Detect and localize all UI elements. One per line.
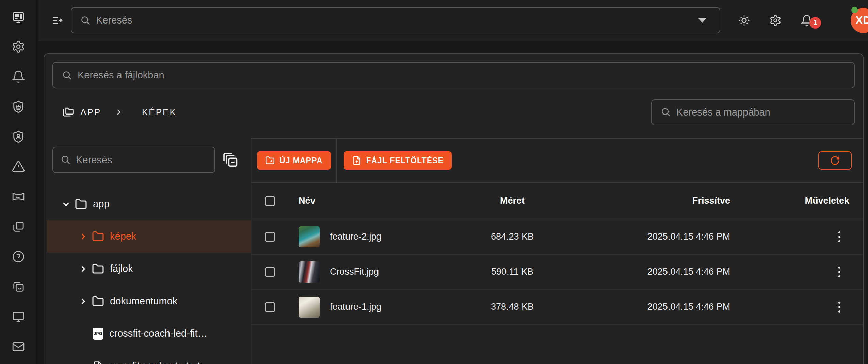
file-updated: 2025.04.15 4:46 PM <box>567 231 730 242</box>
search-icon <box>80 15 91 26</box>
file-thumbnail <box>299 226 320 247</box>
new-folder-button[interactable]: ÚJ MAPPA <box>257 151 331 170</box>
table-row-feature-2[interactable]: feature-2.jpg 684.23 KB 2025.04.15 4:46 … <box>251 219 863 255</box>
tree-item-fajlok[interactable]: fájlok <box>44 253 251 285</box>
column-header-name[interactable]: Név <box>299 196 316 206</box>
folder-copy-icon <box>61 106 74 119</box>
file-icon <box>93 361 103 364</box>
folder-search-placeholder: Keresés a mappában <box>676 107 770 118</box>
file-list-panel: ÚJ MAPPA FÁJL FELTÖLTÉSE Név Mé <box>251 138 863 364</box>
breadcrumb-root[interactable]: APP <box>80 107 101 118</box>
displays-icon[interactable] <box>0 302 37 332</box>
row-actions-menu-icon[interactable] <box>836 229 843 245</box>
tree-item-crossfit-workouts[interactable]: crossfit-workouts-to-t <box>44 350 251 364</box>
column-header-actions: Műveletek <box>730 196 849 206</box>
windows-stack-icon[interactable] <box>0 212 37 242</box>
file-size: 378.48 KB <box>458 302 567 312</box>
global-search-placeholder: Keresés <box>96 15 132 26</box>
sidebar-toggle-icon[interactable] <box>50 14 64 27</box>
tree-search-placeholder: Keresés <box>76 154 112 166</box>
file-name[interactable]: feature-1.jpg <box>330 302 382 312</box>
icon-sidebar <box>0 0 37 364</box>
folder-tree: app képek fájlok dokumentumok <box>44 188 251 364</box>
online-status-dot <box>851 7 858 13</box>
user-avatar[interactable]: XD <box>851 8 868 33</box>
search-icon <box>661 107 671 117</box>
folder-tree-panel: Keresés app képek <box>44 138 251 364</box>
breadcrumb: APP KÉPEK <box>52 106 177 119</box>
tree-item-dokumentumok[interactable]: dokumentumok <box>44 285 251 317</box>
folder-search-input[interactable]: Keresés a mappában <box>651 99 855 125</box>
help-icon[interactable] <box>0 242 37 272</box>
files-toolbar: ÚJ MAPPA FÁJL FELTÖLTÉSE <box>251 139 863 183</box>
refresh-icon <box>830 155 840 166</box>
settings-gear-icon[interactable] <box>769 14 782 27</box>
notification-count-badge: 1 <box>809 17 821 29</box>
folder-icon <box>92 295 104 307</box>
app-logo-kiosk-icon[interactable] <box>12 10 25 25</box>
files-search-placeholder: Keresés a fájlokban <box>78 70 164 81</box>
theme-brightness-icon[interactable] <box>737 14 751 27</box>
avatar-initials: XD <box>855 14 868 27</box>
search-dropdown-caret-icon[interactable] <box>698 18 707 23</box>
row-checkbox[interactable] <box>265 232 275 242</box>
chevron-right-icon <box>114 108 123 117</box>
chevron-right-icon[interactable] <box>78 232 88 241</box>
account-shield-user-icon[interactable] <box>0 122 37 152</box>
alerts-warning-icon[interactable] <box>0 152 37 182</box>
file-name[interactable]: CrossFit.jpg <box>330 267 379 277</box>
messages-mail-icon[interactable] <box>0 332 37 362</box>
row-checkbox[interactable] <box>265 267 275 277</box>
column-header-updated[interactable]: Frissítve <box>567 196 730 206</box>
search-icon <box>61 155 71 165</box>
settings-icon[interactable] <box>0 32 37 62</box>
sidebar-nav <box>0 32 37 362</box>
row-actions-menu-icon[interactable] <box>836 264 843 280</box>
panorama-banner-icon[interactable] <box>0 182 37 212</box>
tree-item-kepek-selected[interactable]: képek <box>47 220 251 253</box>
select-all-checkbox[interactable] <box>265 196 275 206</box>
tree-item-app[interactable]: app <box>44 188 251 220</box>
chevron-right-icon[interactable] <box>78 264 88 274</box>
membership-shield-crown-icon[interactable] <box>0 92 37 122</box>
notifications-icon[interactable] <box>0 62 37 92</box>
table-row-feature-1[interactable]: feature-1.jpg 378.48 KB 2025.04.15 4:46 … <box>251 290 863 325</box>
files-search-input[interactable]: Keresés a fájlokban <box>52 62 855 88</box>
search-icon <box>62 70 72 80</box>
tree-item-crossfit-coach[interactable]: JPG crossfit-coach-led-fit… <box>44 317 251 350</box>
chevron-right-icon[interactable] <box>78 297 88 306</box>
file-thumbnail <box>299 297 320 318</box>
notifications-bell-icon[interactable]: 1 <box>800 14 814 27</box>
folder-icon <box>75 198 87 210</box>
file-thumbnail <box>299 261 320 283</box>
table-row-crossfit[interactable]: CrossFit.jpg 590.11 KB 2025.04.15 4:46 P… <box>251 255 863 290</box>
media-gallery-icon[interactable] <box>0 272 37 302</box>
file-name[interactable]: feature-2.jpg <box>330 231 382 242</box>
chevron-down-icon[interactable] <box>61 199 71 209</box>
column-header-size[interactable]: Méret <box>458 196 567 206</box>
upload-file-button[interactable]: FÁJL FELTÖLTÉSE <box>344 151 452 170</box>
folder-plus-icon <box>265 156 275 165</box>
folder-icon <box>92 263 104 275</box>
file-updated: 2025.04.15 4:46 PM <box>567 302 730 312</box>
tree-search-input[interactable]: Keresés <box>52 147 215 173</box>
breadcrumb-current: KÉPEK <box>142 107 177 118</box>
jpg-file-badge-icon: JPG <box>93 328 103 340</box>
global-search-input[interactable]: Keresés <box>71 7 720 33</box>
row-actions-menu-icon[interactable] <box>836 299 843 315</box>
top-bar: Keresés 1 XD <box>38 0 868 41</box>
file-updated: 2025.04.15 4:46 PM <box>567 267 730 277</box>
collapse-all-icon[interactable] <box>223 152 238 168</box>
file-manager-panel: Keresés a fájlokban APP KÉPEK Keresés a … <box>44 53 864 364</box>
table-header: Név Méret Frissítve Műveletek <box>251 183 863 219</box>
folder-icon <box>92 230 104 243</box>
file-size: 684.23 KB <box>458 231 567 242</box>
file-size: 590.11 KB <box>458 267 567 277</box>
row-checkbox[interactable] <box>265 302 275 312</box>
file-upload-icon <box>352 156 361 165</box>
refresh-button[interactable] <box>818 151 852 170</box>
